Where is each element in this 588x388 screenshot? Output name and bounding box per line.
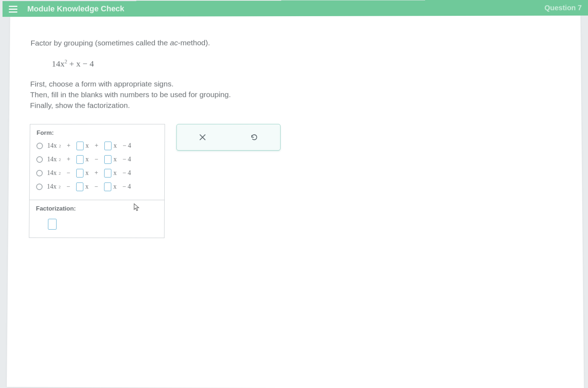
prompt-prefix: Factor by grouping (sometimes called the [31,38,170,47]
undo-icon [250,133,259,142]
close-icon [199,133,206,141]
factorization-label: Factorization: [36,205,158,212]
instruction-line-3: Finally, show the factorization. [30,100,560,111]
form-radio-2[interactable] [36,156,43,163]
blank-input[interactable] [104,169,111,177]
blank-input[interactable] [104,142,111,150]
menu-icon[interactable] [9,6,18,13]
factorization-section: Factorization: [29,200,164,238]
prompt-method: ac [170,38,178,47]
work-area: Form: 14x2 + x + x − 4 [29,124,561,239]
form-expr-1: 14x2 + x + x − 4 [47,142,131,150]
blank-input[interactable] [76,183,83,191]
instruction-line-1: First, choose a form with appropriate si… [30,78,560,89]
blank-input[interactable] [76,155,83,164]
question-page: Factor by grouping (sometimes called the… [7,15,584,388]
tool-palette [176,124,281,151]
form-expr-3: 14x2 − x + x − 4 [47,169,131,177]
instruction-line-2: Then, fill in the blanks with numbers to… [30,89,560,100]
form-label: Form: [37,129,158,137]
form-expr-2: 14x2 + x − x − 4 [47,155,131,164]
reset-button[interactable] [247,130,261,144]
blank-input[interactable] [76,142,83,150]
form-option-3[interactable]: 14x2 − x + x − 4 [36,169,158,177]
form-option-1[interactable]: 14x2 + x + x − 4 [36,142,158,150]
instructions: First, choose a form with appropriate si… [30,78,560,111]
factorization-input[interactable] [48,219,56,230]
form-radio-3[interactable] [36,170,43,176]
form-section: Form: 14x2 + x + x − 4 [29,124,164,200]
header-title: Module Knowledge Check [27,4,124,13]
blank-input[interactable] [104,155,111,164]
blank-input[interactable] [76,169,83,177]
answer-panel: Form: 14x2 + x + x − 4 [29,124,165,238]
form-option-2[interactable]: 14x2 + x − x − 4 [36,155,158,164]
expression: 14x2 + x − 4 [52,58,560,69]
question-number-label: Question 7 [544,4,582,12]
expr-lead: 14x [52,59,65,68]
form-radio-1[interactable] [36,143,43,149]
clear-button[interactable] [195,130,210,144]
form-option-4[interactable]: 14x2 − x − x − 4 [36,183,158,191]
prompt-suffix: -method). [178,38,210,47]
form-expr-4: 14x2 − x − x − 4 [47,183,131,191]
expr-tail: + x − 4 [67,59,94,68]
app-header: Module Knowledge Check Question 7 [3,0,588,17]
blank-input[interactable] [104,183,111,191]
form-radio-4[interactable] [36,184,42,190]
question-prompt: Factor by grouping (sometimes called the… [31,36,560,48]
